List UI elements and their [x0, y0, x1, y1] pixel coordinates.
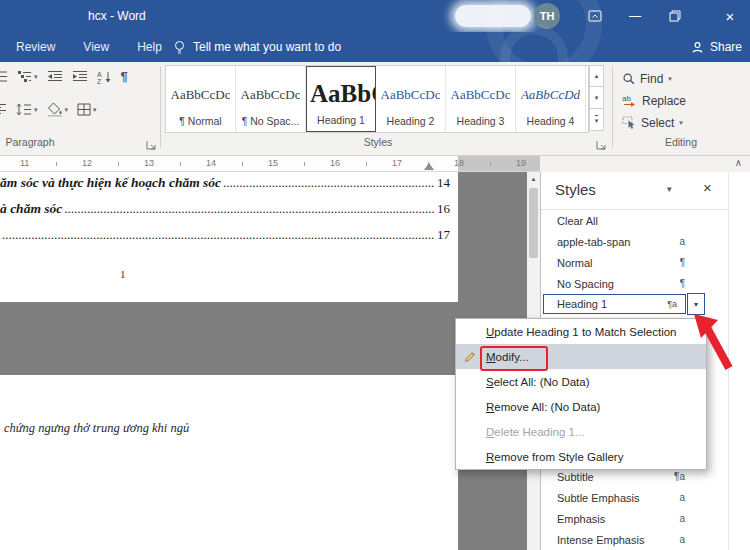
gallery-style-normal[interactable]: AaBbCcDc ¶ Normal: [166, 66, 236, 132]
styles-pane-title: Styles: [555, 181, 596, 198]
style-item-clear-all[interactable]: Clear All: [541, 210, 728, 231]
right-indent-marker[interactable]: [424, 163, 434, 170]
styles-dialog-launcher[interactable]: [596, 140, 606, 150]
gallery-scroll: ▴ ▾ ▾: [589, 65, 604, 131]
scroll-up-arrow[interactable]: ▴: [527, 172, 540, 186]
menu-item-update-heading1[interactable]: Update Heading 1 to Match Selection: [456, 319, 706, 344]
ruler-number: 18: [454, 158, 464, 168]
replace-button[interactable]: ab Replace: [622, 90, 686, 111]
decrease-indent-icon[interactable]: [47, 70, 63, 83]
pane-options-chevron-icon[interactable]: ▾: [667, 184, 672, 194]
document-workspace: ăm sóc và thực hiện kế hoạch chăm sóc ..…: [0, 172, 750, 550]
tab-view[interactable]: View: [69, 32, 123, 62]
title-bar: hcx - Word TH — ×: [0, 0, 750, 32]
editing-group-label: Editing: [612, 136, 750, 154]
table-of-contents: ăm sóc và thực hiện kế hoạch chăm sóc ..…: [0, 175, 450, 253]
style-item-heading1-selected: Heading 1 ¶a ▾: [541, 294, 728, 316]
menu-item-delete-heading1: Delete Heading 1...: [456, 419, 706, 444]
share-button[interactable]: Share: [691, 32, 742, 62]
gallery-style-heading3[interactable]: AaBbCcDc Heading 3: [446, 66, 516, 132]
ruler-number: 19: [516, 158, 526, 168]
styles-group-label: Styles: [160, 136, 596, 154]
ruler-number: 13: [144, 158, 154, 168]
ribbon-display-options-button[interactable]: [575, 0, 615, 32]
find-button[interactable]: Find ▾: [622, 68, 672, 89]
ruler-number: 11: [20, 158, 29, 168]
menu-item-remove-all[interactable]: Remove All: (No Data): [456, 394, 706, 419]
document-text: chứng ngưng thở trung ương khi ngủ: [4, 421, 458, 436]
minimize-button[interactable]: —: [615, 0, 655, 32]
window-title: hcx - Word: [88, 0, 146, 32]
line-spacing-icon[interactable]: ▾: [16, 103, 38, 116]
ribbon-display-options-icon: [588, 10, 602, 22]
svg-text:ab: ab: [622, 94, 631, 103]
numbered-list-icon[interactable]: [0, 70, 8, 83]
ribbon-tabs: Review View Help: [2, 32, 176, 62]
scrollbar-thumb[interactable]: [529, 188, 538, 258]
menu-item-select-all[interactable]: Select All: (No Data): [456, 369, 706, 394]
gallery-scroll-up-button[interactable]: ▴: [589, 65, 604, 87]
person-icon: [691, 41, 704, 54]
styles-gallery: AaBbCcDc ¶ Normal AaBbCcDc ¶ No Spac... …: [165, 65, 589, 133]
shading-icon[interactable]: ▾: [47, 102, 69, 117]
gallery-style-heading2[interactable]: AaBbCcDc Heading 2: [376, 66, 446, 132]
style-item-normal[interactable]: Normal ¶: [541, 252, 728, 273]
select-button[interactable]: Select ▾: [622, 112, 683, 133]
share-label: Share: [710, 40, 742, 54]
style-item-apple-tab-span[interactable]: apple-tab-span a: [541, 231, 728, 252]
heading1-dropdown-button[interactable]: ▾: [687, 293, 705, 315]
ribbon-tab-bar: Review View Help Tell me what you want t…: [0, 32, 750, 62]
gallery-more-button[interactable]: ▾: [589, 109, 604, 131]
gallery-style-heading1[interactable]: AaBbCcDd Heading 1: [306, 66, 376, 132]
style-item-no-spacing[interactable]: No Spacing ¶: [541, 273, 728, 294]
ruler-row: 11 12 13 14 15 16 17 18 19 ∧: [0, 156, 750, 172]
ruler-number: 14: [206, 158, 216, 168]
gallery-style-no-spacing[interactable]: AaBbCcDc ¶ No Spac...: [236, 66, 306, 132]
show-paragraph-marks-icon[interactable]: ¶: [121, 69, 128, 84]
style-context-menu: Update Heading 1 to Match Selection Modi…: [455, 318, 707, 470]
menu-item-remove-from-gallery[interactable]: Remove from Style Gallery: [456, 444, 706, 469]
gallery-style-heading4[interactable]: AaBbCcDd Heading 4: [516, 66, 586, 132]
multilevel-list-icon[interactable]: ▾: [17, 70, 38, 83]
collapse-ribbon-button[interactable]: ∧: [735, 157, 742, 168]
style-item-emphasis[interactable]: Emphasis a: [541, 508, 728, 529]
tab-review[interactable]: Review: [2, 32, 69, 62]
select-icon: [622, 116, 636, 129]
gallery-scroll-down-button[interactable]: ▾: [589, 87, 604, 109]
toc-entry: ........................................…: [0, 227, 450, 253]
ruler-number: 15: [268, 158, 278, 168]
word-window: hcx - Word TH — × Review View Help: [0, 0, 750, 550]
ruler-number: 17: [392, 158, 402, 168]
document-page-1[interactable]: ăm sóc và thực hiện kế hoạch chăm sóc ..…: [0, 172, 458, 302]
paragraph-group: ▾ AZ ¶ ▾ ▾ ▾: [0, 62, 162, 134]
paragraph-dialog-launcher[interactable]: [146, 140, 156, 150]
borders-icon[interactable]: ▾: [77, 103, 97, 116]
page-number: 1: [120, 268, 126, 280]
close-button[interactable]: ×: [710, 0, 750, 32]
redacted-user-name: [455, 5, 531, 27]
style-item-heading1[interactable]: Heading 1 ¶a: [543, 294, 686, 314]
restore-icon: [669, 10, 681, 22]
sort-icon[interactable]: AZ: [97, 70, 112, 84]
tell-me-box[interactable]: Tell me what you want to do: [163, 32, 351, 62]
document-page-2[interactable]: chứng ngưng thở trung ương khi ngủ: [0, 375, 458, 550]
toc-entry: à chăm sóc .............................…: [0, 201, 450, 227]
align-left-icon[interactable]: [0, 103, 7, 116]
menu-item-modify[interactable]: Modify...: [456, 344, 706, 369]
style-item-intense-emphasis[interactable]: Intense Emphasis a: [541, 529, 728, 550]
modify-icon: [464, 350, 477, 363]
ruler-number: 12: [82, 158, 92, 168]
style-item-subtle-emphasis[interactable]: Subtle Emphasis a: [541, 487, 728, 508]
horizontal-ruler: 11 12 13 14 15 16 17 18 19: [0, 156, 540, 172]
minimize-icon: —: [629, 9, 641, 23]
avatar[interactable]: TH: [534, 3, 560, 29]
toc-entry: ăm sóc và thực hiện kế hoạch chăm sóc ..…: [0, 175, 450, 201]
find-icon: [622, 72, 635, 85]
lightbulb-icon: [173, 40, 186, 55]
svg-text:A: A: [97, 70, 102, 77]
increase-indent-icon[interactable]: [72, 70, 88, 83]
svg-text:Z: Z: [97, 77, 102, 84]
pane-close-icon[interactable]: ×: [703, 179, 712, 196]
restore-button[interactable]: [655, 0, 695, 32]
tell-me-label: Tell me what you want to do: [193, 40, 341, 54]
